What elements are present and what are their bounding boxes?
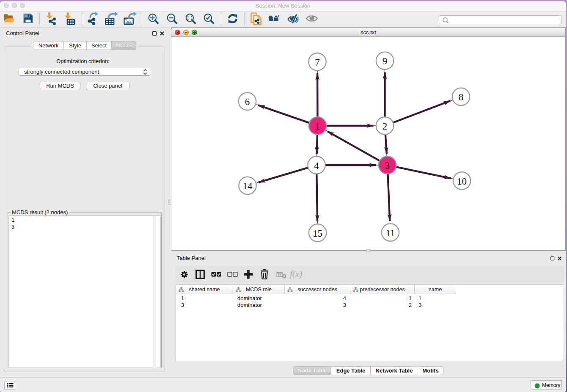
svg-text:1: 1: [315, 121, 320, 132]
svg-text:9: 9: [383, 56, 388, 66]
svg-text:15: 15: [313, 228, 322, 239]
svg-text:14: 14: [243, 181, 253, 191]
svg-text:7: 7: [315, 57, 320, 68]
svg-text:2: 2: [383, 121, 388, 132]
svg-text:6: 6: [245, 97, 250, 107]
svg-text:8: 8: [459, 92, 464, 102]
svg-text:11: 11: [385, 228, 395, 238]
svg-text:3: 3: [385, 160, 390, 171]
svg-text:4: 4: [314, 160, 319, 171]
svg-text:10: 10: [457, 176, 467, 187]
